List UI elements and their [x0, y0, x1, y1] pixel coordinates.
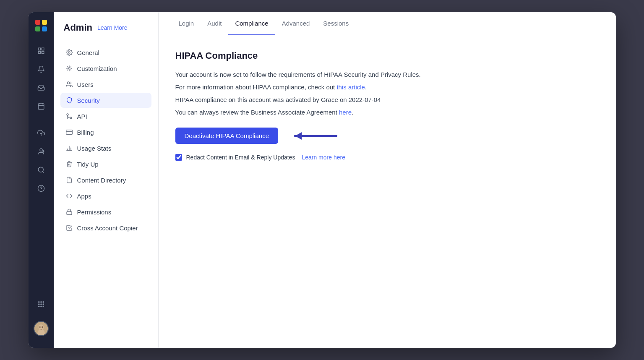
sidebar-item-tidy-up[interactable]: Tidy Up [60, 157, 151, 172]
tab-login[interactable]: Login [172, 12, 201, 35]
compliance-content: HIPAA Compliance Your account is now set… [159, 35, 616, 348]
hipaa-desc-4: You can always review the Business Assoc… [175, 107, 599, 117]
svg-point-13 [40, 149, 42, 151]
tab-advanced[interactable]: Advanced [275, 12, 317, 35]
customization-icon [65, 65, 73, 72]
svg-marker-47 [295, 132, 302, 140]
deactivate-hipaa-button[interactable]: Deactivate HIPAA Compliance [175, 128, 278, 144]
sidebar-item-general[interactable]: General [60, 45, 151, 60]
nav-item-label: Cross Account Copier [77, 224, 138, 232]
sidebar-icon-upload[interactable] [33, 125, 50, 141]
hipaa-description: Your account is now set to follow the re… [175, 70, 599, 117]
nav-item-label: Apps [77, 193, 91, 200]
svg-point-35 [68, 68, 70, 69]
this-article-link[interactable]: this article [336, 83, 365, 91]
sidebar-icon-inbox[interactable] [33, 79, 50, 96]
svg-rect-6 [38, 52, 40, 54]
sidebar-item-cross-account-copier[interactable]: Cross Account Copier [60, 220, 151, 235]
svg-point-26 [38, 306, 39, 307]
svg-point-36 [67, 82, 69, 84]
sidebar-icon-search[interactable] [33, 162, 50, 178]
sidebar-icon-help[interactable] [33, 180, 50, 197]
apps-icon [65, 192, 73, 200]
users-icon [65, 81, 73, 88]
icon-sidebar [29, 12, 54, 348]
nav-item-label: Customization [77, 65, 117, 72]
svg-point-23 [38, 304, 39, 305]
svg-point-21 [40, 302, 41, 303]
sidebar-icon-calendar[interactable] [33, 98, 50, 115]
svg-point-32 [39, 326, 41, 328]
svg-point-22 [43, 302, 44, 303]
sidebar-icon-add-user[interactable] [33, 143, 50, 160]
tab-compliance[interactable]: Compliance [228, 12, 275, 35]
copier-icon [65, 224, 73, 232]
sidebar-icon-notifications[interactable] [33, 61, 50, 78]
tab-bar: Login Audit Compliance Advanced Sessions [159, 12, 616, 35]
gear-icon [65, 49, 73, 56]
sidebar-icon-grid-apps[interactable] [33, 296, 50, 313]
learn-more-link[interactable]: Learn More [97, 24, 128, 31]
tab-sessions[interactable]: Sessions [316, 12, 355, 35]
svg-rect-2 [35, 26, 40, 31]
svg-point-28 [43, 306, 44, 307]
nav-item-label: API [77, 113, 87, 120]
sidebar-item-apps[interactable]: Apps [60, 188, 151, 203]
svg-rect-1 [42, 20, 47, 25]
svg-point-25 [43, 304, 44, 305]
svg-point-34 [68, 52, 70, 53]
nav-sidebar: Admin Learn More General Customization [54, 12, 159, 348]
nav-item-label: Security [77, 97, 100, 104]
tab-audit[interactable]: Audit [201, 12, 228, 35]
hipaa-desc-3: HIPAA compliance on this account was act… [175, 95, 599, 105]
permissions-icon [65, 208, 73, 216]
nav-item-label: Billing [77, 129, 94, 136]
svg-line-17 [42, 171, 44, 172]
redact-label: Redact Content in Email & Reply Updates [186, 154, 295, 161]
arrow-indicator [287, 128, 341, 143]
hipaa-desc-2: For more information about HIPAA complia… [175, 82, 599, 92]
hipaa-desc-1: Your account is now set to follow the re… [175, 70, 599, 80]
billing-icon [65, 128, 73, 136]
baa-link[interactable]: here [339, 109, 352, 116]
shield-icon [65, 97, 73, 104]
svg-point-27 [40, 306, 41, 307]
svg-rect-5 [42, 48, 44, 50]
svg-rect-8 [38, 104, 44, 110]
admin-title: Admin [64, 22, 92, 33]
hipaa-desc-2-after: . [365, 83, 367, 91]
nav-item-label: Usage Stats [77, 145, 112, 152]
hipaa-desc-4-after: . [352, 109, 353, 116]
nav-item-label: Permissions [77, 209, 112, 216]
api-icon [65, 112, 73, 120]
app-logo [34, 19, 48, 34]
nav-item-label: General [77, 49, 99, 56]
tidy-icon [65, 160, 73, 168]
sidebar-item-security[interactable]: Security [60, 93, 151, 108]
sidebar-icon-dashboard[interactable] [33, 42, 50, 59]
svg-point-16 [38, 167, 43, 172]
main-content: Login Audit Compliance Advanced Sessions… [159, 12, 616, 348]
learn-more-here-link[interactable]: Learn more here [302, 154, 345, 161]
svg-rect-39 [66, 130, 72, 135]
svg-point-33 [42, 326, 43, 328]
svg-point-38 [67, 114, 68, 115]
svg-point-37 [70, 117, 72, 119]
svg-point-24 [40, 304, 41, 305]
svg-rect-4 [38, 48, 40, 50]
sidebar-item-content-directory[interactable]: Content Directory [60, 172, 151, 188]
svg-point-20 [38, 302, 39, 303]
sidebar-item-billing[interactable]: Billing [60, 125, 151, 140]
content-directory-icon [65, 176, 73, 184]
sidebar-item-permissions[interactable]: Permissions [60, 204, 151, 219]
redact-checkbox[interactable] [175, 154, 182, 161]
sidebar-item-customization[interactable]: Customization [60, 61, 151, 76]
sidebar-item-usage-stats[interactable]: Usage Stats [60, 141, 151, 156]
svg-rect-3 [42, 26, 47, 31]
user-avatar[interactable] [34, 321, 49, 336]
sidebar-item-users[interactable]: Users [60, 77, 151, 92]
nav-item-label: Content Directory [77, 177, 126, 184]
nav-item-label: Tidy Up [77, 161, 99, 168]
redact-checkbox-row: Redact Content in Email & Reply Updates … [175, 154, 599, 161]
sidebar-item-api[interactable]: API [60, 109, 151, 124]
